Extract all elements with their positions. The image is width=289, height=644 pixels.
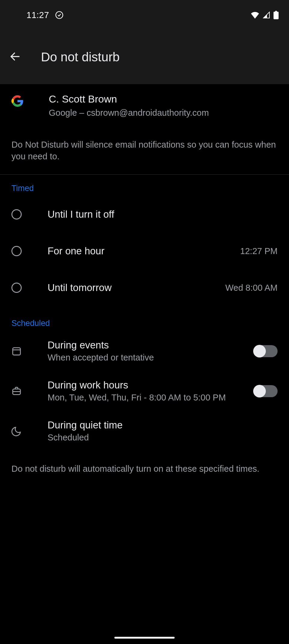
radio-icon (11, 246, 22, 256)
schedule-title: During work hours (48, 379, 228, 391)
moon-icon (11, 426, 22, 436)
schedule-sub: Scheduled (48, 433, 278, 443)
schedule-title: During quiet time (48, 419, 278, 431)
schedule-title: During events (48, 339, 228, 351)
schedule-sub: When accepted or tentative (48, 353, 228, 363)
page-title: Do not disturb (41, 50, 120, 64)
footer-description: Do not disturb will automatically turn o… (0, 451, 289, 487)
svg-rect-4 (13, 348, 20, 355)
calendar-icon (11, 346, 22, 356)
briefcase-icon (11, 386, 22, 396)
schedule-during-events[interactable]: During events When accepted or tentative (0, 331, 289, 371)
section-header-scheduled: Scheduled (0, 306, 289, 331)
radio-until-tomorrow[interactable]: Until tomorrow Wed 8:00 AM (0, 269, 289, 306)
svg-point-0 (56, 11, 63, 18)
app-bar: Do not disturb (0, 30, 289, 84)
signal-icon (263, 11, 270, 19)
back-icon[interactable] (9, 51, 21, 64)
radio-label: For one hour (48, 245, 214, 257)
google-logo-icon (11, 95, 23, 107)
schedule-sub: Mon, Tue, Wed, Thu, Fri - 8:00 AM to 5:0… (48, 393, 228, 403)
battery-icon (273, 11, 279, 19)
radio-value: Wed 8:00 AM (225, 283, 278, 293)
radio-value: 12:27 PM (240, 246, 278, 256)
toggle-during-events[interactable] (253, 345, 278, 357)
account-row[interactable]: C. Scott Brown Google – csbrown@androida… (0, 84, 289, 123)
radio-label: Until tomorrow (48, 282, 199, 293)
radio-icon (11, 209, 22, 219)
radio-icon (11, 283, 22, 293)
nav-handle[interactable] (114, 637, 175, 639)
status-time: 11:27 (26, 10, 49, 20)
radio-label: Until I turn it off (48, 209, 278, 220)
dnd-status-icon (55, 11, 64, 19)
radio-until-off[interactable]: Until I turn it off (0, 196, 289, 233)
svg-rect-1 (274, 12, 279, 19)
radio-one-hour[interactable]: For one hour 12:27 PM (0, 233, 289, 269)
schedule-work-hours[interactable]: During work hours Mon, Tue, Wed, Thu, Fr… (0, 371, 289, 411)
section-header-timed: Timed (0, 175, 289, 196)
wifi-icon (250, 11, 259, 19)
status-bar: 11:27 (0, 0, 289, 30)
account-name: C. Scott Brown (49, 93, 278, 105)
account-email: Google – csbrown@androidauthority.com (49, 108, 278, 118)
svg-rect-2 (275, 11, 277, 12)
dnd-description: Do Not Disturb will silence email notifi… (0, 123, 289, 175)
toggle-work-hours[interactable] (253, 385, 278, 397)
schedule-quiet-time[interactable]: During quiet time Scheduled (0, 411, 289, 451)
